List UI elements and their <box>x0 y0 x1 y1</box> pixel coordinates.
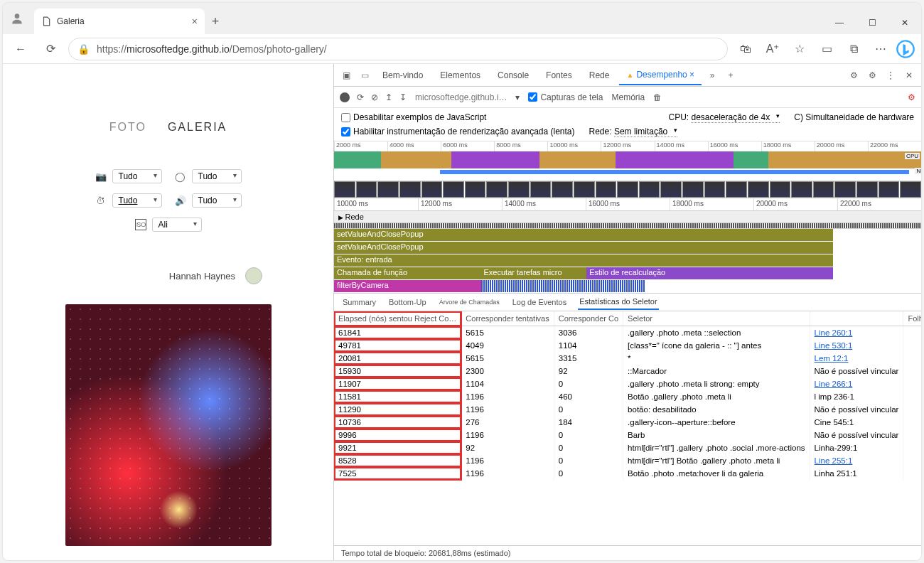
cpu-throttle-select[interactable]: desaceleração de 4x <box>691 112 780 123</box>
device-icon[interactable]: ▭ <box>357 68 372 83</box>
record-button[interactable] <box>340 92 350 102</box>
page-icon <box>41 16 51 26</box>
url-bar: ← ⟳ 🔒 https://microsoftedge.github.io/De… <box>3 34 921 64</box>
split-screen-icon[interactable]: ▭ <box>815 37 839 61</box>
more-icon[interactable]: ⋯ <box>869 37 893 61</box>
table-row[interactable]: 2008156153315*Lem 12:1 <box>334 352 921 365</box>
profile-icon[interactable] <box>3 3 31 34</box>
table-row[interactable]: 4978140491104[class*=" ícone da galeria … <box>334 339 921 352</box>
render-instrumentation-checkbox[interactable]: Habilitar instrumentação de renderização… <box>341 127 575 136</box>
tab-selector-stats[interactable]: Estatísticas do Seletor <box>578 294 658 310</box>
more-tabs-icon[interactable]: » <box>704 68 720 83</box>
close-window-button[interactable]: ✕ <box>888 11 921 34</box>
tab-bottomup[interactable]: Bottom-Up <box>387 295 428 309</box>
upload-icon[interactable]: ↥ <box>385 92 392 102</box>
selector-stats-table[interactable]: Elapsed (nós) sentou Reject Co… Correspo… <box>334 311 921 545</box>
gallery-photo <box>65 304 272 546</box>
page-title: FOTO GALERIA <box>109 121 227 134</box>
download-icon[interactable]: ↧ <box>399 92 407 102</box>
network-track[interactable]: Rede <box>334 211 921 223</box>
tab-performance[interactable]: Desempenho × <box>619 65 702 85</box>
camera-icon: 📷 <box>95 171 107 182</box>
reload-record-icon[interactable]: ⟳ <box>357 92 364 102</box>
flame-chart[interactable]: setValueAndClosePopup setValueAndClosePo… <box>334 229 921 293</box>
close-tab-icon[interactable]: × <box>192 16 198 27</box>
read-aloud-icon[interactable]: A⁺ <box>761 37 785 61</box>
screenshot-strip[interactable] <box>334 181 921 198</box>
memory-label[interactable]: Memória <box>611 92 645 102</box>
table-row[interactable]: 10736276184.gallery-icon--aperture::befo… <box>334 416 921 429</box>
aperture-filter[interactable]: Tudo <box>192 169 242 183</box>
new-tab-button[interactable]: + <box>205 9 226 34</box>
tab-network[interactable]: Rede <box>582 66 617 85</box>
minimize-button[interactable]: — <box>823 11 856 34</box>
blocking-time-footer: Tempo total de bloqueio: 20681,88ms (est… <box>334 545 921 560</box>
address-field[interactable]: 🔒 https://microsoftedge.github.io/Demos/… <box>68 38 728 60</box>
table-row[interactable]: 1129011960botão: desabilitadoNão é possí… <box>334 403 921 416</box>
chevron-down-icon[interactable]: ▾ <box>515 92 520 102</box>
devtools-panel: ▣ ▭ Bem-vindo Elementos Console Fontes R… <box>333 64 921 560</box>
browser-tab[interactable]: Galeria × <box>34 9 205 34</box>
tab-summary[interactable]: Summary <box>341 295 377 309</box>
table-row[interactable]: 852811960html[dir="rtl"] Botão .gallery … <box>334 454 921 467</box>
exposure-icon: ⏱ <box>95 195 107 206</box>
issues-icon[interactable]: ⚙ <box>846 68 861 83</box>
avatar <box>245 267 262 284</box>
table-row[interactable]: 9921920html[dir="rtl"] .gallery .photo .… <box>334 441 921 454</box>
tab-eventlog[interactable]: Log de Eventos <box>511 295 568 309</box>
gallery-page: FOTO GALERIA 📷Tudo ◯Tudo ⏱Tudo 🔊Tudo ISO… <box>3 64 333 560</box>
inspect-icon[interactable]: ▣ <box>338 68 354 83</box>
maximize-button[interactable]: ☐ <box>856 11 888 34</box>
table-row[interactable]: 1190711040.gallery .photo .meta li stron… <box>334 377 921 390</box>
focal-icon: 🔊 <box>175 195 186 206</box>
tab-console[interactable]: Console <box>490 66 536 85</box>
tab-title: Galeria <box>57 16 85 26</box>
iso-filter[interactable]: Ali <box>152 218 202 232</box>
table-row[interactable]: 15930230092::MarcadorNão é possível vinc… <box>334 365 921 377</box>
shopping-icon[interactable]: 🛍 <box>734 37 758 61</box>
iso-icon: ISO <box>135 219 146 230</box>
aperture-icon: ◯ <box>175 171 186 182</box>
author-name: Hannah Haynes <box>169 271 235 282</box>
add-tab-icon[interactable]: + <box>723 68 738 83</box>
hw-concurrency[interactable]: C) Simultaneidade de hardware <box>794 112 914 122</box>
domain-selector[interactable]: microsoftedge.github.i… <box>415 92 507 102</box>
network-throttle-select[interactable]: Sem limitação <box>614 127 677 137</box>
tab-elements[interactable]: Elementos <box>433 66 488 85</box>
disable-js-checkbox[interactable]: Desabilitar exemplos de JavaScript <box>341 112 486 122</box>
titlebar: Galeria × + — ☐ ✕ <box>3 3 921 34</box>
timeline-overview[interactable]: 2000 ms4000 ms6000 ms8000 ms10000 ms1200… <box>334 141 921 181</box>
table-row[interactable]: 752511960Botão .photo .meta:hover li da … <box>334 467 921 480</box>
camera-filter[interactable]: Tudo <box>112 169 162 183</box>
tab-welcome[interactable]: Bem-vindo <box>375 66 430 85</box>
close-devtools-icon[interactable]: ✕ <box>901 68 917 83</box>
collections-icon[interactable]: ⧉ <box>842 37 866 61</box>
favorite-icon[interactable]: ☆ <box>788 37 812 61</box>
focal-filter[interactable]: Tudo <box>192 193 242 208</box>
tab-sources[interactable]: Fontes <box>539 66 579 85</box>
svg-point-0 <box>15 14 20 18</box>
bing-icon[interactable] <box>896 39 915 59</box>
flame-ruler[interactable]: 10000 ms12000 ms14000 ms16000 ms18000 ms… <box>334 198 921 211</box>
table-row[interactable]: 6184156153036.gallery .photo .meta ::sel… <box>334 326 921 340</box>
table-row[interactable]: 115811196460Botão .gallery .photo .meta … <box>334 390 921 403</box>
kebab-icon[interactable]: ⋮ <box>883 68 898 83</box>
exposure-filter[interactable]: Tudo <box>112 193 162 208</box>
capture-settings-icon[interactable]: ⚙ <box>908 92 915 102</box>
back-button[interactable]: ← <box>9 37 33 61</box>
lock-icon: 🔒 <box>77 43 90 55</box>
tab-calltree[interactable]: Árvore de Chamadas <box>438 296 501 309</box>
table-row[interactable]: 999611960BarbNão é possível vincular <box>334 429 921 441</box>
refresh-button[interactable]: ⟳ <box>38 37 63 61</box>
screenshots-checkbox[interactable]: Capturas de tela <box>528 92 603 102</box>
clear-icon[interactable]: ⊘ <box>371 92 378 102</box>
stats-tabs: Summary Bottom-Up Árvore de Chamadas Log… <box>334 293 921 311</box>
trash-icon[interactable]: 🗑 <box>653 92 662 102</box>
settings-icon[interactable]: ⚙ <box>864 68 880 83</box>
